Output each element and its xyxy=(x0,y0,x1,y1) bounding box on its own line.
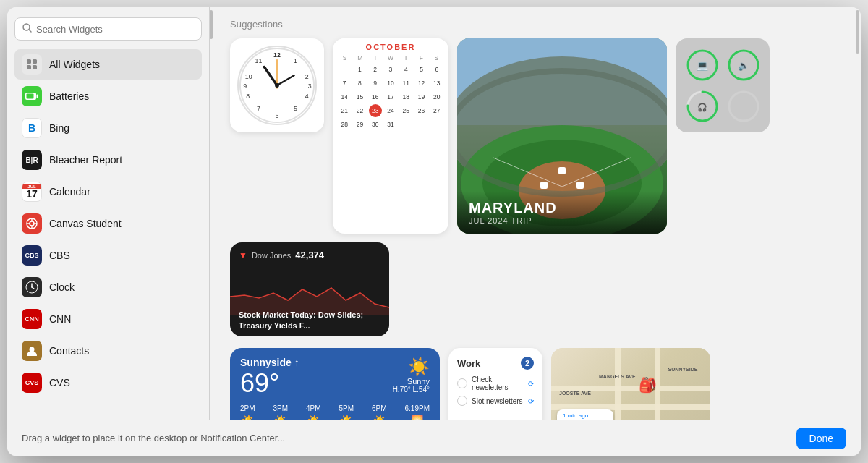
calendar-day[interactable]: 23 xyxy=(369,104,382,117)
svg-rect-43 xyxy=(540,182,548,189)
weather-location: Sunnyside ↑ xyxy=(240,357,299,368)
svg-rect-7 xyxy=(37,95,38,98)
clock-icon xyxy=(22,277,42,297)
calendar-day[interactable]: 29 xyxy=(353,118,366,131)
map-widget[interactable]: MANGELS AVE JOOSTE AVE SUNNYSIDE 🎒 1 min… xyxy=(551,348,710,420)
calendar-grid: S M T W T F S 12345678910111213141516171… xyxy=(333,53,448,135)
calendar-widget[interactable]: OCTOBER S M T W T F S 123456789101112131… xyxy=(333,38,448,234)
calendar-day[interactable] xyxy=(415,118,428,131)
sidebar-item-cnn[interactable]: CNN CNN xyxy=(14,304,202,334)
reminders-widget[interactable]: Work 2 Check newsletters ⟳ Slot newslett… xyxy=(448,348,542,420)
reminders-header: Work 2 xyxy=(457,357,534,370)
battery-laptop: 💻 xyxy=(684,47,720,82)
search-bar[interactable] xyxy=(14,17,202,41)
svg-line-1 xyxy=(29,30,31,32)
svg-text:🎧: 🎧 xyxy=(697,102,707,112)
calendar-day[interactable]: 26 xyxy=(415,104,428,117)
search-input[interactable] xyxy=(36,24,194,35)
calendar-day[interactable]: 14 xyxy=(338,90,351,103)
calendar-day[interactable] xyxy=(430,118,443,131)
calendar-day[interactable]: 25 xyxy=(399,104,412,117)
stock-direction-icon: ▼ xyxy=(239,250,247,260)
calendar-day[interactable]: 28 xyxy=(338,118,351,131)
calendar-day[interactable]: 27 xyxy=(430,104,443,117)
calendar-day[interactable]: 2 xyxy=(369,63,382,76)
weather-top: Sunnyside ↑ 69° ☀️ Sunny H:70° L:54° xyxy=(240,357,430,399)
calendar-day[interactable]: 17 xyxy=(384,90,397,103)
sidebar-item-batteries[interactable]: Batteries xyxy=(14,81,202,111)
calendar-day[interactable] xyxy=(399,118,412,131)
sidebar-item-contacts[interactable]: Contacts xyxy=(14,336,202,366)
stadium-title: MARYLAND xyxy=(469,200,655,216)
sidebar-scroll xyxy=(210,7,216,420)
reminder-sync-2: ⟳ xyxy=(528,397,534,405)
calendar-day[interactable]: 8 xyxy=(353,77,366,90)
clock-widget[interactable]: 12 1 2 3 4 5 6 xyxy=(230,38,324,132)
calendar-day[interactable]: 7 xyxy=(338,77,351,90)
sidebar-item-all-widgets[interactable]: All Widgets xyxy=(14,49,202,80)
sidebar-item-cvs[interactable]: CVS CVS xyxy=(14,368,202,398)
battery-empty xyxy=(726,88,761,124)
calendar-day[interactable]: 30 xyxy=(369,118,382,131)
svg-text:🔈: 🔈 xyxy=(738,59,750,72)
svg-rect-41 xyxy=(558,167,566,174)
sidebar-label-cvs: CVS xyxy=(49,377,70,388)
calendar-day[interactable]: 22 xyxy=(353,104,366,117)
svg-text:11: 11 xyxy=(255,57,263,64)
calendar-day[interactable]: 31 xyxy=(384,118,397,131)
calendar-day[interactable]: 4 xyxy=(399,63,412,76)
calendar-day[interactable]: 15 xyxy=(353,90,366,103)
calendar-day[interactable]: 13 xyxy=(430,77,443,90)
stadium-widget[interactable]: MARYLAND JUL 2024 TRIP xyxy=(457,38,667,234)
cnn-icon: CNN xyxy=(22,309,42,329)
done-button[interactable]: Done xyxy=(796,428,846,449)
search-icon xyxy=(22,22,32,35)
calendar-day[interactable]: 20 xyxy=(430,90,443,103)
stock-headline: Stock Market Today: Dow Slides; Treasury… xyxy=(239,310,380,331)
calendar-day[interactable]: 18 xyxy=(399,90,412,103)
sidebar-label-contacts: Contacts xyxy=(49,345,89,357)
weather-widget[interactable]: Sunnyside ↑ 69° ☀️ Sunny H:70° L:54° xyxy=(230,348,440,420)
calendar-day[interactable]: 6 xyxy=(430,63,443,76)
reminder-checkbox-2[interactable] xyxy=(457,396,467,406)
right-scrollbar-thumb[interactable] xyxy=(856,10,859,54)
stock-header: ▼ Dow Jones 42,374 xyxy=(239,250,380,260)
calendar-day[interactable]: 12 xyxy=(415,77,428,90)
map-location-label: SUNNYSIDE xyxy=(668,367,698,372)
stadium-info: MARYLAND JUL 2024 TRIP xyxy=(457,191,667,234)
contacts-icon xyxy=(22,341,42,361)
reminder-checkbox-1[interactable] xyxy=(457,378,467,388)
calendar-day[interactable]: 16 xyxy=(369,90,382,103)
svg-text:2: 2 xyxy=(305,73,309,80)
calendar-day[interactable]: 1 xyxy=(353,63,366,76)
forecast-item: 5PM ☀️ 66° xyxy=(339,404,354,420)
sidebar-label-all-widgets: All Widgets xyxy=(49,59,100,70)
sidebar-item-canvas[interactable]: Canvas Student xyxy=(14,208,202,239)
calendar-day[interactable]: 3 xyxy=(384,63,397,76)
calendar-day[interactable]: 21 xyxy=(338,104,351,117)
sidebar-list: All Widgets Batteries B xyxy=(14,49,202,420)
svg-text:4: 4 xyxy=(305,93,309,100)
calendar-day[interactable]: 10 xyxy=(384,77,397,90)
calendar-day[interactable]: 5 xyxy=(415,63,428,76)
stock-widget[interactable]: ▼ Dow Jones 42,374 Stock Market Today: D… xyxy=(230,242,389,336)
calendar-day[interactable]: 19 xyxy=(415,90,428,103)
map-street: Monterey Blvd xyxy=(563,419,608,420)
sidebar-item-bleacher-report[interactable]: B|R Bleacher Report xyxy=(14,145,202,175)
sidebar-item-calendar[interactable]: JUL 17 Calendar xyxy=(14,177,202,207)
weather-sun-icon: ☀️ xyxy=(393,357,430,377)
sidebar-label-clock: Clock xyxy=(49,281,75,293)
batteries-small-widget[interactable]: 💻 🔈 xyxy=(676,38,770,132)
sidebar-item-bing[interactable]: B Bing xyxy=(14,113,202,143)
svg-text:5: 5 xyxy=(294,105,297,112)
svg-rect-8 xyxy=(27,94,34,99)
calendar-day[interactable]: 24 xyxy=(384,104,397,117)
calendar-day[interactable]: 9 xyxy=(369,77,382,90)
calendar-days-header: S M T W T F S xyxy=(337,54,444,61)
svg-rect-5 xyxy=(33,65,37,69)
calendar-day[interactable]: 11 xyxy=(399,77,412,90)
sidebar-scrollbar-thumb[interactable] xyxy=(210,10,213,39)
sidebar-item-cbs[interactable]: CBS CBS xyxy=(14,240,202,271)
sidebar-item-clock[interactable]: Clock xyxy=(14,272,202,302)
calendar-day[interactable] xyxy=(338,63,351,76)
